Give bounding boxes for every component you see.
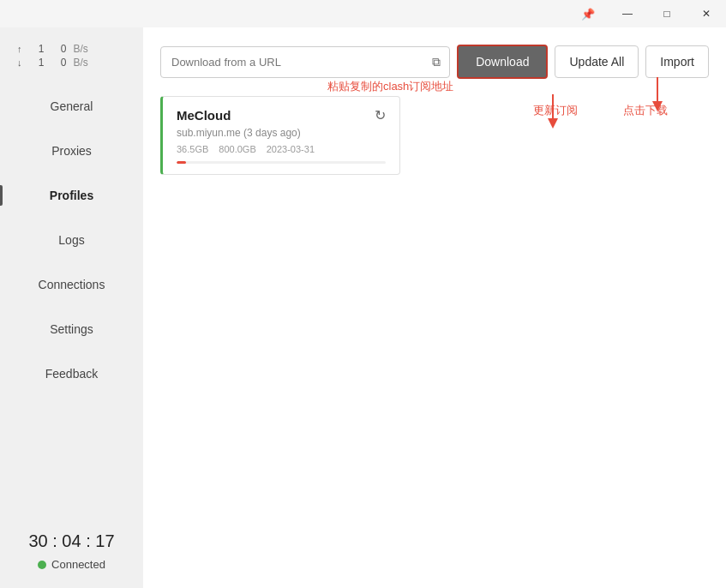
sidebar-item-general[interactable]: General (0, 84, 143, 129)
arrow-download-icon (649, 77, 666, 115)
timer: 30 : 04 : 17 (9, 531, 135, 551)
sidebar-item-feedback[interactable]: Feedback (0, 351, 143, 396)
url-input[interactable] (161, 47, 423, 77)
update-all-button[interactable]: Update All (555, 45, 639, 78)
annotation-update: 更新订阅 (533, 103, 578, 118)
sidebar: ↑ 1 0 B/s ↓ 1 0 B/s General Proxies Prof… (0, 27, 143, 588)
url-bar-row: ⧉ Download Update All Import (160, 45, 709, 79)
import-button[interactable]: Import (645, 45, 709, 78)
sidebar-item-logs[interactable]: Logs (0, 218, 143, 262)
download-button[interactable]: Download (457, 45, 548, 79)
url-input-wrapper: ⧉ (160, 46, 450, 78)
profile-name: MeCloud (177, 108, 231, 123)
maximize-button[interactable]: □ (647, 0, 687, 27)
profile-refresh-button[interactable]: ↻ (375, 107, 386, 123)
profile-url: sub.miyun.me (3 days ago) (177, 127, 386, 139)
connection-status: Connected (9, 558, 135, 571)
profile-progress-bar (177, 161, 386, 164)
upload-unit-value: 0 (51, 43, 67, 55)
profile-used: 36.5GB (177, 144, 208, 154)
download-stat: ↓ 1 0 B/s (17, 57, 126, 69)
minimize-button[interactable]: — (608, 0, 647, 27)
down-arrow-icon: ↓ (17, 57, 22, 68)
annotation-paste: 粘贴复制的clash订阅地址 (327, 79, 453, 94)
sidebar-stats: ↑ 1 0 B/s ↓ 1 0 B/s (0, 36, 143, 75)
main-content: ⧉ Download Update All Import 粘贴复制的clash订… (143, 27, 726, 588)
sidebar-item-proxies[interactable]: Proxies (0, 129, 143, 173)
pin-button[interactable]: 📌 (568, 0, 608, 27)
profile-date: 2023-03-31 (267, 144, 315, 154)
profile-meta: 36.5GB 800.0GB 2023-03-31 (177, 144, 386, 154)
sidebar-item-settings[interactable]: Settings (0, 307, 143, 351)
download-value: 1 (29, 57, 45, 69)
profile-card-header: MeCloud ↻ (177, 107, 386, 123)
connected-dot-icon (38, 561, 46, 569)
sidebar-bottom: 30 : 04 : 17 Connected (0, 514, 143, 588)
connected-label: Connected (51, 558, 105, 571)
svg-marker-3 (652, 101, 663, 111)
nav-items: General Proxies Profiles Logs Connection… (0, 84, 143, 396)
sidebar-item-connections[interactable]: Connections (0, 262, 143, 307)
upload-value: 1 (29, 43, 45, 55)
upload-stat: ↑ 1 0 B/s (17, 43, 126, 55)
upload-unit: B/s (74, 43, 88, 55)
profile-total: 800.0GB (219, 144, 255, 154)
profile-card: MeCloud ↻ sub.miyun.me (3 days ago) 36.5… (160, 96, 400, 175)
close-button[interactable]: ✕ (687, 0, 726, 27)
download-unit: B/s (74, 57, 88, 69)
download-unit-value: 0 (51, 57, 67, 69)
title-bar: 📌 — □ ✕ (0, 0, 726, 27)
copy-url-button[interactable]: ⧉ (423, 50, 449, 75)
app-container: ↑ 1 0 B/s ↓ 1 0 B/s General Proxies Prof… (0, 27, 726, 588)
svg-marker-1 (548, 118, 558, 129)
up-arrow-icon: ↑ (17, 44, 22, 54)
profile-progress-fill (177, 161, 186, 164)
sidebar-item-profiles[interactable]: Profiles (0, 173, 143, 218)
arrow-update-icon (544, 94, 561, 132)
